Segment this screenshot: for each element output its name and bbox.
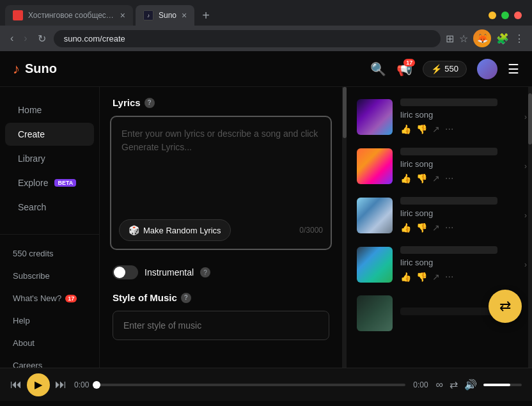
maximize-button[interactable] [501,12,509,19]
sidebar-item-create[interactable]: Create [5,123,94,146]
feed-actions-1: 👍 👎 ↗ ··· [400,123,522,135]
style-input[interactable] [113,311,329,340]
lyrics-footer: 🎲 Make Random Lyrics 0/3000 [119,219,323,241]
feed-subtitle-2: liric song [400,159,522,169]
share-button-2[interactable]: ↗ [432,173,440,183]
minimize-button[interactable] [489,12,496,19]
browser-chrome: Хостинговое сообщество «Tim × ♪ Suno × +… [0,0,532,51]
sidebar-whats-new[interactable]: What's New? 17 [0,287,99,309]
sidebar-item-home[interactable]: Home [5,98,94,121]
share-button-3[interactable]: ↗ [432,223,440,233]
style-help-icon[interactable]: ? [181,293,191,303]
extensions-icon[interactable]: 🧩 [496,33,509,45]
sidebar-help[interactable]: Help [0,309,99,332]
feed-title-blur-5 [400,308,497,315]
style-header: Style of Music ? [113,292,329,303]
feed-actions-3: 👍 👎 ↗ ··· [400,222,522,233]
feed-info-1: liric song 👍 👎 ↗ ··· [400,98,522,135]
more-button-2[interactable]: ··· [445,173,453,184]
instrumental-label: Instrumental [145,267,194,277]
feed-thumb-5 [357,295,393,331]
expand-icon-4: › [524,260,527,269]
sidebar-careers[interactable]: Careers [0,354,99,368]
feed-item-2[interactable]: liric song 👍 👎 ↗ ··· › [347,141,532,191]
feed-thumb-3 [357,198,393,233]
tab-2[interactable]: ♪ Suno × [136,5,194,26]
more-button-1[interactable]: ··· [445,123,453,135]
like-button-3[interactable]: 👍 [400,223,411,233]
random-lyrics-button[interactable]: 🎲 Make Random Lyrics [119,219,231,241]
share-button-4[interactable]: ↗ [432,272,440,282]
fab-shuffle-button[interactable]: ⇄ [489,290,522,323]
like-button-4[interactable]: 👍 [400,272,411,282]
repeat-icon[interactable]: ⇄ [450,379,458,391]
notification-badge: 17 [403,59,415,66]
more-button-4[interactable]: ··· [445,271,453,283]
style-label: Style of Music [113,292,177,303]
tab-title-1: Хостинговое сообщество «Tim [28,11,115,20]
instrumental-toggle[interactable] [113,265,138,279]
infinity-icon[interactable]: ∞ [436,379,443,391]
more-options-icon[interactable]: ⋮ [514,33,524,45]
browser-profile-icon[interactable]: 🦊 [473,29,491,47]
tab-close-2[interactable]: × [182,10,187,20]
credits-button[interactable]: ⚡ 550 [423,61,467,77]
address-input[interactable] [54,30,441,47]
credits-value: 550 [444,64,458,74]
expand-icon-1: › [524,113,527,121]
window-controls [489,12,527,19]
sidebar-item-library[interactable]: Library [5,147,94,170]
dislike-button-1[interactable]: 👎 [416,124,427,134]
notifications-button[interactable]: 📢 17 [396,61,412,77]
play-button[interactable]: ▶ [27,373,50,396]
new-tab-button[interactable]: + [197,6,215,26]
dislike-button-4[interactable]: 👎 [416,272,427,282]
volume-bar[interactable] [483,384,522,386]
volume-icon[interactable]: 🔊 [464,379,477,391]
feed-info-4: liric song 👍 👎 ↗ ··· [400,246,522,283]
feed-scrollbar[interactable] [528,87,532,368]
user-avatar[interactable] [477,59,497,79]
tab-1[interactable]: Хостинговое сообщество «Tim × [5,5,133,26]
share-button-1[interactable]: ↗ [432,124,440,134]
lyrics-help-icon[interactable]: ? [145,98,155,108]
tab-close-1[interactable]: × [120,10,125,20]
library-label: Library [18,153,45,164]
instrumental-help-icon[interactable]: ? [200,267,210,277]
lyrics-label: Lyrics [113,97,141,108]
feed-thumb-4 [357,247,393,283]
dislike-button-2[interactable]: 👎 [416,173,427,183]
sidebar-about[interactable]: About [0,332,99,354]
address-bar: ‹ › ↻ ⊞ ☆ 🦊 🧩 ⋮ [0,26,532,51]
feed-item-4[interactable]: liric song 👍 👎 ↗ ··· › [347,240,532,289]
translate-icon[interactable]: ⊞ [446,33,454,45]
close-button[interactable] [514,12,522,19]
more-button-3[interactable]: ··· [445,222,453,233]
feed-item-1[interactable]: liric song 👍 👎 ↗ ··· › [347,92,532,141]
sidebar-subscribe[interactable]: Subscribe [0,265,99,287]
like-button-2[interactable]: 👍 [400,173,411,183]
sidebar-item-explore[interactable]: Explore BETA [5,171,94,194]
hamburger-menu-button[interactable]: ☰ [508,61,519,77]
forward-button[interactable]: › [21,30,29,47]
refresh-button[interactable]: ↻ [35,30,49,47]
next-button[interactable]: ⏭ [55,378,66,391]
progress-bar[interactable] [97,384,405,386]
explore-label: Explore [18,178,48,188]
progress-thumb [93,381,100,389]
feed-item-3[interactable]: liric song 👍 👎 ↗ ··· › [347,191,532,240]
dislike-button-3[interactable]: 👎 [416,223,427,233]
lyrics-box[interactable]: Enter your own lyrics or describe a song… [110,116,332,250]
player-right: ∞ ⇄ 🔊 [436,379,522,391]
prev-button[interactable]: ⏮ [10,378,22,391]
feed-subtitle-3: liric song [400,208,522,218]
like-button-1[interactable]: 👍 [400,124,411,134]
fab-icon: ⇄ [499,298,511,315]
bookmark-icon[interactable]: ☆ [459,33,468,45]
app: ♪ Suno 🔍 📢 17 ⚡ 550 ☰ Home Create [0,51,532,401]
sidebar-item-search[interactable]: Search [5,196,94,219]
back-button[interactable]: ‹ [8,30,16,47]
sidebar-credits[interactable]: 550 credits [0,242,99,265]
feed-actions-2: 👍 👎 ↗ ··· [400,173,522,184]
header-search-button[interactable]: 🔍 [370,61,386,77]
